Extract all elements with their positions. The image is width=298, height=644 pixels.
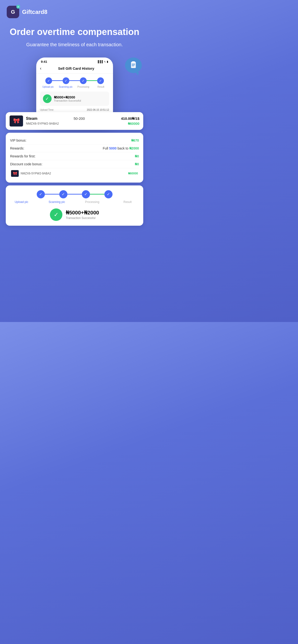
gift-card-info: Steam 50-200 410.00₦/1$ NMZX6-5YPW2-9ABA…	[26, 116, 139, 126]
bottom-label-scanning: Scanning pic	[48, 200, 66, 204]
bottom-step-1: ✓	[37, 190, 45, 198]
phone-transaction-info: ₦5000+₦2000 Transaction Successful	[54, 95, 81, 102]
bottom-step-2: ✓	[59, 190, 67, 198]
mini-amount: ₦60000	[128, 172, 138, 175]
step-4-circle: ✓	[97, 78, 104, 84]
upload-time-value: 2022-06-15 10:51:12	[87, 108, 109, 111]
wifi-icon: ∿	[104, 60, 106, 63]
bottom-steps-row: ✓ ✓ ✓ ✓	[11, 190, 138, 198]
chat-bubble	[125, 58, 142, 73]
mini-thumbnail: 🎀	[11, 170, 19, 177]
battery-icon: ▮	[107, 60, 108, 63]
bottom-label-processing: Processing	[83, 200, 101, 204]
bottom-label-result: Result	[118, 200, 136, 204]
rewards-first-row: Rewards for first: ₦0	[10, 152, 139, 160]
phone-status-bar: 9:41 ▐▐▐ ∿ ▮	[36, 58, 113, 65]
header: G + Giftcard8	[0, 0, 149, 22]
phone-transaction-status: Transaction Successful	[54, 99, 81, 102]
hero-title: Order overtime compensation	[10, 27, 139, 38]
app-logo: G +	[7, 6, 19, 18]
rewards-green: ₦2000	[129, 146, 139, 150]
gift-code-row: NMZX6-5YPW2-9ABA2 ₦60000	[26, 122, 139, 126]
bottom-label-upload: Upload pic	[13, 200, 31, 204]
vip-bonus-row: VIP bonus: ₦670	[10, 136, 139, 144]
mini-transaction-row: 🎀 NMZX6-5YPW2-9ABA2 ₦60000	[10, 168, 139, 179]
gift-card-row: 🎀 Steam 50-200 410.00₦/1$ NMZX6-5YPW2-9A…	[6, 112, 143, 130]
discount-row: Discount code bonus: ₦0	[10, 160, 139, 168]
upload-time-row: Upload Time: 2022-06-15 10:51:12	[40, 108, 109, 112]
plus-badge: +	[16, 5, 20, 8]
bottom-progress-card: ✓ ✓ ✓ ✓ Upload pic Scanning pic Processi…	[6, 186, 143, 226]
big-check-icon: ✓	[50, 208, 62, 221]
step-line-3	[87, 80, 97, 81]
svg-rect-4	[132, 66, 134, 66]
step-3-circle: ✓	[80, 78, 87, 84]
step-1-circle: ✓	[45, 78, 52, 84]
step-labels: Upload pic Scanning pic Processing Resul…	[40, 86, 109, 88]
gift-card-range: 50-200	[74, 116, 85, 120]
step-label-upload: Upload pic	[41, 86, 55, 88]
rewards-row: Rewards: Full 5000 back to ₦2000	[10, 144, 139, 152]
hero-subtitle: Guarantee the timeliness of each transac…	[10, 41, 139, 48]
gift-card-thumbnail: 🎀	[10, 116, 23, 126]
bottom-step-labels: Upload pic Scanning pic Processing Resul…	[11, 200, 138, 204]
screen-title: Sell Gift Card History	[43, 66, 109, 70]
upload-time-label: Upload Time:	[40, 108, 54, 111]
rewards-value: Full 5000 back to ₦2000	[103, 146, 139, 150]
big-transaction-label: Transaction Successful	[66, 216, 99, 220]
big-transaction: ✓ ₦5000+₦2000 Transaction Successful	[11, 208, 138, 221]
step-label-processing: Processing	[76, 86, 90, 88]
phone-section: 9:41 ▐▐▐ ∿ ▮ ‹ Sell Gift Card History ✓ …	[0, 55, 149, 122]
discount-label: Discount code bonus:	[10, 162, 43, 166]
bottom-step-line-2	[67, 194, 82, 194]
hero-section: Order overtime compensation Guarantee th…	[0, 22, 149, 55]
mini-code: NMZX6-5YPW2-9ABA2	[21, 172, 126, 175]
page-container: G + Giftcard8 Order overtime compensatio…	[0, 0, 149, 226]
discount-value: ₦0	[135, 162, 139, 166]
logo-letter: G	[11, 9, 15, 15]
phone-time: 9:41	[41, 60, 47, 64]
gift-card-name: Steam	[26, 116, 37, 121]
svg-rect-3	[132, 65, 135, 65]
mini-ribbon-icon: 🎀	[13, 172, 17, 176]
rewards-first-value: ₦0	[135, 154, 139, 158]
bottom-step-3: ✓	[82, 190, 90, 198]
step-label-result: Result	[94, 86, 108, 88]
step-line-2	[69, 80, 80, 81]
bottom-step-line-3	[90, 194, 104, 194]
gift-card-thumbnail-inner: 🎀	[10, 116, 23, 126]
gift-card-rate: 410.00₦/1$	[121, 116, 139, 121]
phone-transaction-card: ✓ ₦5000+₦2000 Transaction Successful	[40, 92, 109, 106]
rewards-first-label: Rewards for first:	[10, 154, 36, 158]
info-card: VIP bonus: ₦670 Rewards: Full 5000 back …	[6, 133, 143, 182]
big-transaction-info: ₦5000+₦2000 Transaction Successful	[66, 210, 99, 220]
rewards-highlight: 5000	[109, 146, 117, 150]
phone-nav: ‹ Sell Gift Card History	[36, 65, 113, 74]
big-transaction-amount: ₦5000+₦2000	[66, 210, 99, 216]
gift-card-code: NMZX6-5YPW2-9ABA2	[26, 122, 59, 125]
back-button[interactable]: ‹	[40, 66, 42, 71]
signal-icon: ▐▐▐	[97, 60, 102, 63]
progress-steps: ✓ ✓ ✓ ✓	[40, 78, 109, 84]
gift-card-amount: ₦60000	[128, 122, 139, 126]
app-name: Giftcard8	[22, 8, 47, 15]
vip-bonus-value: ₦670	[131, 138, 139, 142]
svg-rect-1	[132, 61, 135, 62]
vip-bonus-label: VIP bonus:	[10, 138, 26, 142]
ribbon-icon: 🎀	[13, 118, 20, 124]
bottom-step-4: ✓	[104, 190, 112, 198]
step-line-1	[52, 80, 63, 81]
svg-rect-2	[132, 64, 135, 64]
clipboard-icon	[129, 61, 138, 70]
step-2-circle: ✓	[63, 78, 69, 84]
bottom-step-line-1	[45, 194, 59, 194]
phone-transaction-amount: ₦5000+₦2000	[54, 95, 81, 99]
gift-name-row: Steam 50-200 410.00₦/1$	[26, 116, 139, 121]
step-label-scanning: Scanning pic	[59, 86, 73, 88]
phone-status-icons: ▐▐▐ ∿ ▮	[97, 60, 108, 63]
cards-overlay: 🎀 Steam 50-200 410.00₦/1$ NMZX6-5YPW2-9A…	[0, 112, 149, 226]
rewards-label: Rewards:	[10, 146, 24, 150]
phone-check-icon: ✓	[43, 94, 52, 103]
